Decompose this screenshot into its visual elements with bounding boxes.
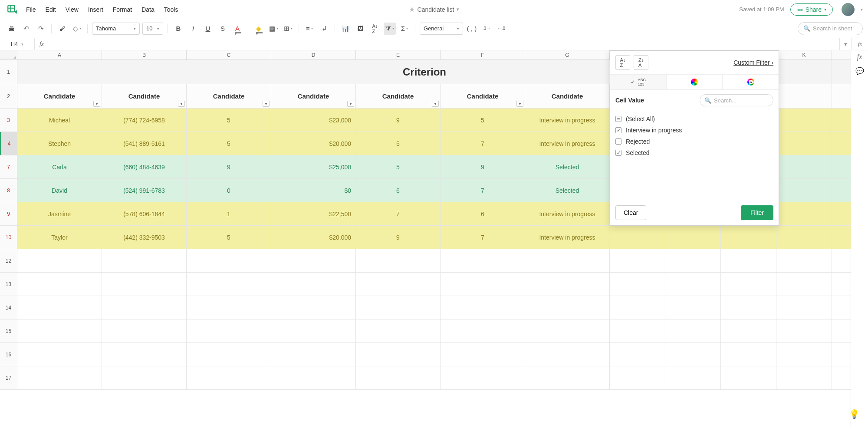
cell[interactable]: [610, 249, 665, 272]
cell[interactable]: [721, 273, 776, 296]
menu-file[interactable]: File: [26, 6, 36, 13]
header-cell[interactable]: Candidate▾: [187, 84, 271, 108]
search-sheet-input[interactable]: 🔍 Search in sheet: [798, 22, 863, 35]
filter-dropdown-icon[interactable]: ▾: [178, 101, 185, 107]
cell[interactable]: [356, 343, 441, 366]
cell[interactable]: [356, 296, 441, 319]
cell[interactable]: Jasmine: [17, 202, 102, 225]
row-header[interactable]: 13: [0, 273, 17, 296]
header-cell[interactable]: Candidate▾: [441, 84, 525, 108]
filter-search-input[interactable]: 🔍Search...: [700, 94, 773, 106]
cell[interactable]: [441, 319, 525, 342]
row-header[interactable]: 7: [0, 155, 17, 178]
cell[interactable]: [610, 226, 665, 249]
menu-data[interactable]: Data: [141, 6, 155, 13]
cell[interactable]: [17, 296, 102, 319]
cell[interactable]: [665, 249, 721, 272]
cell[interactable]: [610, 366, 665, 389]
cell[interactable]: 9: [187, 155, 271, 178]
image-icon[interactable]: 🖼: [354, 23, 366, 35]
cell[interactable]: [102, 366, 187, 389]
cell[interactable]: Selected: [525, 155, 610, 178]
cell[interactable]: [187, 366, 271, 389]
cell[interactable]: [721, 249, 776, 272]
menu-view[interactable]: View: [66, 6, 79, 13]
cell[interactable]: [356, 249, 441, 272]
cell[interactable]: [441, 249, 525, 272]
cell[interactable]: [776, 202, 832, 225]
font-size-select[interactable]: 10▾: [142, 23, 163, 35]
cell[interactable]: [187, 343, 271, 366]
header-cell[interactable]: Candidate▾: [271, 84, 356, 108]
cell[interactable]: 9: [356, 226, 441, 249]
cell[interactable]: 6: [441, 202, 525, 225]
cell[interactable]: 7: [441, 132, 525, 155]
undo-icon[interactable]: ↶: [20, 23, 32, 35]
cell[interactable]: [776, 109, 832, 132]
col-header[interactable]: G: [525, 50, 610, 59]
cell[interactable]: [102, 249, 187, 272]
filter-button[interactable]: Filter: [741, 205, 773, 220]
select-all-corner[interactable]: [0, 50, 17, 59]
cell[interactable]: 5: [441, 109, 525, 132]
cell[interactable]: [665, 273, 721, 296]
cell[interactable]: [776, 296, 832, 319]
decimal-increase-icon[interactable]: .0→: [480, 23, 493, 35]
cell[interactable]: [610, 273, 665, 296]
col-header[interactable]: F: [441, 50, 525, 59]
filter-icon[interactable]: ⧩: [384, 23, 396, 35]
row-header[interactable]: 4: [0, 132, 17, 155]
parentheses-icon[interactable]: ( , ): [466, 23, 478, 35]
cell[interactable]: [525, 343, 610, 366]
col-header[interactable]: D: [271, 50, 356, 59]
redo-icon[interactable]: ↷: [35, 23, 47, 35]
filter-option-select-all[interactable]: (Select All): [615, 115, 773, 122]
filter-tab-fillcolor[interactable]: [667, 75, 723, 89]
app-logo-icon[interactable]: [5, 3, 19, 16]
chevron-down-icon[interactable]: ▾: [861, 7, 863, 12]
cell[interactable]: [776, 179, 832, 202]
cell[interactable]: (578) 606-1844: [102, 202, 187, 225]
chevron-down-icon[interactable]: ▾: [457, 7, 459, 12]
cell[interactable]: [356, 366, 441, 389]
cell[interactable]: [17, 273, 102, 296]
row-header[interactable]: 16: [0, 343, 17, 366]
cell[interactable]: Taylor: [17, 226, 102, 249]
fx-sidebar-icon[interactable]: fx: [852, 38, 868, 50]
borders-icon[interactable]: ▦: [267, 23, 279, 35]
row-header[interactable]: 1: [0, 60, 17, 84]
cell[interactable]: [665, 226, 721, 249]
cell[interactable]: [17, 343, 102, 366]
header-cell[interactable]: Candidate▾: [102, 84, 187, 108]
filter-dropdown-icon[interactable]: ▾: [516, 101, 523, 107]
comments-panel-icon[interactable]: 💬: [855, 67, 864, 75]
cell[interactable]: [525, 296, 610, 319]
row-header[interactable]: 14: [0, 296, 17, 319]
cell[interactable]: 5: [187, 132, 271, 155]
cell[interactable]: [610, 296, 665, 319]
bold-icon[interactable]: B: [172, 23, 184, 35]
cell[interactable]: 1: [187, 202, 271, 225]
format-painter-icon[interactable]: 🖌: [56, 23, 68, 35]
cell[interactable]: [441, 273, 525, 296]
cell[interactable]: [665, 343, 721, 366]
font-select[interactable]: Tahoma▾: [92, 23, 140, 35]
cell[interactable]: 6: [356, 179, 441, 202]
cell[interactable]: [271, 273, 356, 296]
cell[interactable]: [721, 319, 776, 342]
number-format-select[interactable]: General▾: [420, 23, 463, 35]
font-color-icon[interactable]: A: [231, 23, 243, 35]
cell[interactable]: [776, 249, 832, 272]
cell[interactable]: [776, 226, 832, 249]
sort-desc-button[interactable]: Z↓A: [634, 55, 648, 70]
cell[interactable]: Stephen: [17, 132, 102, 155]
custom-filter-link[interactable]: Custom Filter: [733, 59, 773, 66]
cell[interactable]: [102, 319, 187, 342]
italic-icon[interactable]: I: [187, 23, 199, 35]
cell[interactable]: Micheal: [17, 109, 102, 132]
cell[interactable]: [441, 296, 525, 319]
cell[interactable]: [610, 343, 665, 366]
row-header[interactable]: 15: [0, 319, 17, 342]
cell[interactable]: [610, 319, 665, 342]
cell[interactable]: [525, 319, 610, 342]
